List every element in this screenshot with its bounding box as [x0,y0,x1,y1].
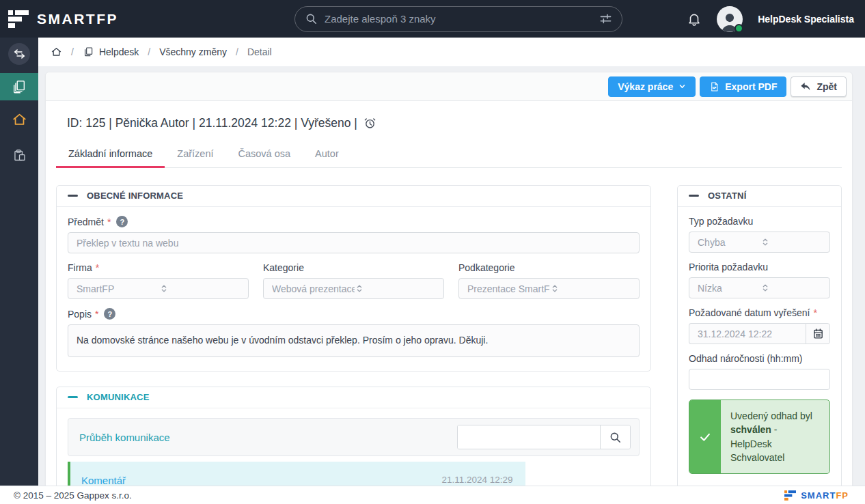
global-search [294,6,622,32]
pages-icon [12,79,27,94]
odhad-narocnosti-input[interactable] [689,369,830,390]
export-pdf-button[interactable]: Export PDF [700,76,786,97]
vykaz-prace-button[interactable]: Výkaz práce [608,76,696,97]
breadcrumb: / Helpdesk / Všechny změny / Detail [38,38,865,66]
odhad-narocnosti-label: Odhad náročnosti (hh:mm) [689,353,830,364]
kategorie-label: Kategorie [263,262,444,273]
section-title: OBECNÉ INFORMACE [87,191,183,201]
search-icon [305,12,318,25]
collapse-dash-icon[interactable] [68,195,78,197]
communication-search-input[interactable] [458,425,600,449]
clipboard-icon [12,148,27,163]
popis-label: Popis * ? [68,308,640,320]
home-icon [12,112,27,127]
pozadovane-datum-label: Požadované datum vyřešení * [689,307,830,318]
firma-label: Firma * [68,262,249,273]
tab-zakladni-informace[interactable]: Základní informace [56,142,165,167]
brand-name: SMARTFP [37,11,118,27]
panel-komunikace: KOMUNIKACE Průběh komunikace [56,387,651,486]
breadcrumb-item-helpdesk[interactable]: Helpdesk [83,46,139,57]
sidebar-item-tasks[interactable] [0,141,38,169]
breadcrumb-separator: / [71,46,74,57]
user-avatar[interactable] [717,6,743,32]
help-icon[interactable]: ? [104,308,115,320]
panel-obecne-informace: OBECNÉ INFORMACE Předmět * ? [56,185,651,372]
notifications-bell-icon[interactable] [687,12,702,27]
comment-timestamp: 21.11.2024 12:29 [441,475,512,485]
user-menu[interactable]: HelpDesk Specialista [758,14,854,25]
breadcrumb-home-icon[interactable] [51,46,62,57]
firma-select[interactable]: SmartFP [68,278,249,299]
predmet-label: Předmět * ? [68,216,640,227]
select-chevrons-icon [159,283,242,294]
communication-search [457,425,631,449]
top-navbar: SMARTFP [0,0,865,38]
section-title: OSTATNÍ [708,191,747,201]
typ-pozadavku-label: Typ požadavku [689,216,830,227]
swap-arrows-icon [14,49,25,59]
footer-brand-logo: SMARTFP [784,490,849,501]
page-footer: © 2015 – 2025 Gappex s.r.o. SMARTFP [0,486,865,504]
page-content: Výkaz práce Export PDF [38,66,865,486]
kategorie-select[interactable]: Webová prezentace [263,278,444,299]
breadcrumb-item-vsechny-zmeny[interactable]: Všechny změny [159,46,227,57]
select-chevrons-icon [550,283,633,294]
card-toolbar: Výkaz práce Export PDF [46,72,852,101]
popis-textarea[interactable]: Na domovské stránce našeho webu je v úvo… [68,324,640,357]
breadcrumb-separator: / [148,46,150,57]
predmet-input[interactable] [68,232,640,253]
search-input[interactable] [325,13,592,25]
panel-ostatni: OSTATNÍ Typ požadavku Chyba [677,185,842,486]
sidebar-item-helpdesk[interactable] [0,73,38,100]
pdf-file-icon [709,81,719,92]
brand-icon [8,10,29,28]
help-icon[interactable]: ? [116,216,128,227]
tab-zarizeni[interactable]: Zařízení [165,142,225,167]
required-mark: * [107,216,111,227]
collapse-dash-icon[interactable] [689,195,699,197]
back-button[interactable]: Zpět [791,76,847,97]
detail-tabs: Základní informace Zařízení Časová osa A… [56,142,842,168]
footer-brand-smart: SMART [801,490,836,501]
calendar-icon [812,328,824,339]
online-status-dot [734,24,743,33]
podkategorie-select[interactable]: Prezentace SmartFP [458,278,640,299]
filter-sliders-icon[interactable] [599,12,612,25]
select-chevrons-icon [355,283,437,294]
tab-casova-osa[interactable]: Časová osa [226,142,303,167]
communication-box: Průběh komunikace [68,418,640,456]
left-sidebar [0,38,38,486]
sidebar-item-home[interactable] [0,106,38,133]
required-mark: * [96,262,99,273]
reply-arrow-icon [800,82,811,92]
check-icon [689,400,721,473]
detail-card: Výkaz práce Export PDF [45,72,853,486]
approval-alert-text: Uvedený odhad byl schválen - HelpDesk Sc… [721,400,829,473]
chevron-down-icon [678,83,686,90]
typ-pozadavku-select[interactable]: Chyba [689,232,830,253]
datum-vyreseni-input[interactable] [689,323,806,344]
breadcrumb-item-detail: Detail [247,46,272,57]
comment-item[interactable]: Komentář 21.11.2024 12:29 [68,462,525,486]
comment-type-label: Komentář [81,475,126,486]
collapse-dash-icon[interactable] [68,396,78,398]
communication-search-button[interactable] [600,425,630,449]
required-mark: * [813,307,816,318]
search-icon [609,431,622,444]
pages-icon [83,46,94,57]
priorita-label: Priorita požadavku [689,262,830,272]
copyright-text: © 2015 – 2025 Gappex s.r.o. [14,490,132,501]
brand-icon [784,490,796,501]
calendar-button[interactable] [806,323,830,344]
footer-brand-fp: FP [836,490,849,501]
podkategorie-label: Podkategorie [458,262,640,273]
priorita-select[interactable]: Nízka [689,277,830,298]
brand-logo[interactable]: SMARTFP [8,10,118,28]
required-mark: * [95,309,98,320]
datum-vyreseni-group [689,323,830,344]
prubeh-komunikace-link[interactable]: Průběh komunikace [79,432,170,443]
breadcrumb-separator: / [236,46,238,57]
record-title: ID: 125 | Pěnička Autor | 21.11.2024 12:… [67,116,831,130]
tab-autor[interactable]: Autor [303,142,351,167]
sidebar-toggle-button[interactable] [8,43,30,65]
